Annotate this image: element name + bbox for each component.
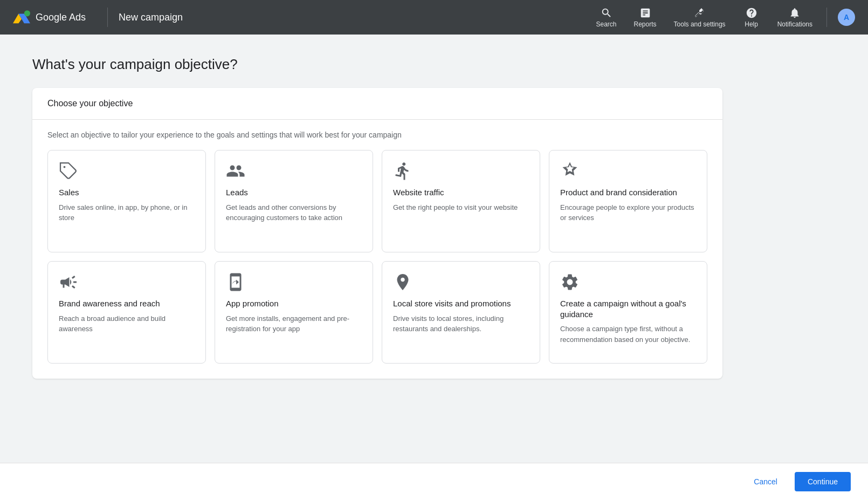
- no-goal-title: Create a campaign without a goal's guida…: [560, 298, 696, 319]
- help-label: Help: [745, 20, 758, 28]
- tools-button[interactable]: Tools and settings: [666, 3, 733, 32]
- objective-no-goal[interactable]: Create a campaign without a goal's guida…: [549, 261, 707, 364]
- sales-icon: [59, 161, 78, 181]
- objectives-grid: Sales Drive sales online, in app, by pho…: [47, 150, 707, 364]
- topbar: Google Ads New campaign Search Reports T…: [0, 0, 868, 35]
- leads-desc: Get leads and other conversions by encou…: [226, 202, 362, 223]
- help-icon: [746, 7, 757, 19]
- objective-product-brand[interactable]: Product and brand consideration Encourag…: [549, 150, 707, 252]
- app-promotion-icon: [226, 272, 245, 292]
- objective-leads[interactable]: Leads Get leads and other conversions by…: [215, 150, 373, 252]
- product-brand-title: Product and brand consideration: [560, 187, 696, 198]
- objective-sales[interactable]: Sales Drive sales online, in app, by pho…: [47, 150, 206, 252]
- leads-title: Leads: [226, 187, 362, 198]
- website-traffic-title: Website traffic: [393, 187, 529, 198]
- no-goal-desc: Choose a campaign type first, without a …: [560, 324, 696, 345]
- continue-button[interactable]: Continue: [795, 472, 851, 491]
- local-store-desc: Drive visits to local stores, including …: [393, 313, 529, 334]
- local-store-title: Local store visits and promotions: [393, 298, 529, 309]
- app-promotion-desc: Get more installs, engagement and pre-re…: [226, 313, 362, 334]
- no-goal-icon: [560, 272, 580, 292]
- sales-desc: Drive sales online, in app, by phone, or…: [59, 202, 195, 223]
- objective-brand-awareness[interactable]: Brand awareness and reach Reach a broad …: [47, 261, 206, 364]
- notifications-button[interactable]: Notifications: [770, 3, 820, 32]
- sales-title: Sales: [59, 187, 195, 198]
- search-icon: [601, 7, 612, 19]
- product-brand-desc: Encourage people to explore your product…: [560, 202, 696, 223]
- objective-local-store[interactable]: Local store visits and promotions Drive …: [382, 261, 540, 364]
- search-button[interactable]: Search: [589, 3, 624, 32]
- objective-app-promotion[interactable]: App promotion Get more installs, engagem…: [215, 261, 373, 364]
- brand-awareness-desc: Reach a broad audience and build awarene…: [59, 313, 195, 334]
- main-content: What's your campaign objective? Choose y…: [0, 35, 755, 400]
- product-brand-icon: [560, 161, 580, 181]
- leads-icon: [226, 161, 245, 181]
- page-title: What's your campaign objective?: [32, 56, 722, 73]
- topbar-actions: Search Reports Tools and settings Help N…: [589, 3, 856, 32]
- website-traffic-icon: [393, 161, 412, 181]
- cancel-button[interactable]: Cancel: [745, 472, 786, 491]
- local-store-icon: [393, 272, 412, 292]
- objective-card-container: Choose your objective Select an objectiv…: [32, 88, 722, 379]
- card-header: Choose your objective: [32, 88, 722, 120]
- website-traffic-desc: Get the right people to visit your websi…: [393, 202, 529, 213]
- svg-point-2: [24, 10, 30, 16]
- notifications-label: Notifications: [777, 20, 812, 28]
- footer: Cancel Continue: [0, 463, 868, 500]
- app-promotion-title: App promotion: [226, 298, 362, 309]
- objective-website-traffic[interactable]: Website traffic Get the right people to …: [382, 150, 540, 252]
- tools-label: Tools and settings: [674, 20, 726, 28]
- tools-icon: [694, 7, 706, 19]
- topbar-page-title: New campaign: [119, 12, 183, 23]
- logo-text: Google Ads: [36, 12, 86, 23]
- logo[interactable]: Google Ads: [13, 9, 97, 26]
- card-body: Select an objective to tailor your exper…: [32, 120, 722, 379]
- card-subtitle: Select an objective to tailor your exper…: [47, 131, 707, 139]
- user-avatar[interactable]: A: [838, 9, 855, 26]
- brand-awareness-title: Brand awareness and reach: [59, 298, 195, 309]
- notifications-icon: [789, 7, 801, 19]
- google-ads-logo-icon: [13, 9, 30, 26]
- reports-button[interactable]: Reports: [626, 3, 664, 32]
- reports-icon: [639, 7, 651, 19]
- topbar-divider: [107, 8, 108, 27]
- reports-label: Reports: [634, 20, 657, 28]
- brand-awareness-icon: [59, 272, 78, 292]
- card-header-title: Choose your objective: [47, 99, 133, 108]
- search-label: Search: [596, 20, 617, 28]
- help-button[interactable]: Help: [735, 3, 768, 32]
- topbar-right-divider: [826, 8, 827, 27]
